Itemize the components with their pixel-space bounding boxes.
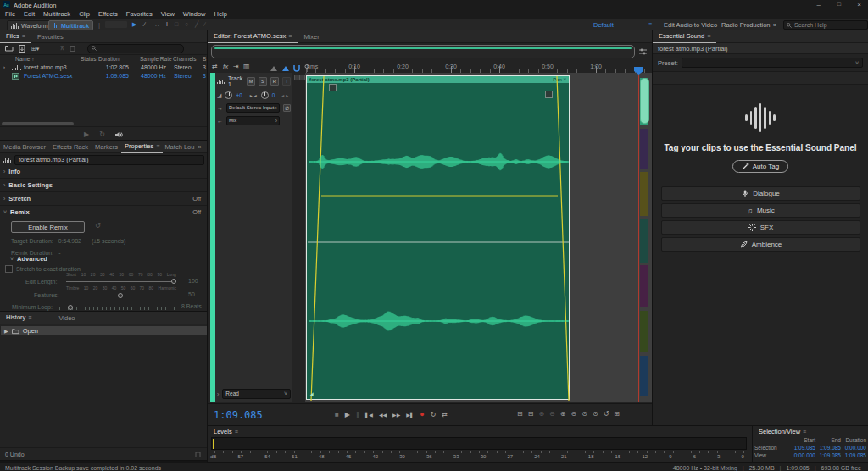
record-button[interactable]: ●	[420, 410, 424, 418]
menu-help[interactable]: Help	[214, 10, 227, 18]
zoom-out-amplitude-button[interactable]: ⊖	[571, 410, 577, 418]
pan-knob[interactable]	[261, 91, 269, 99]
preset-select[interactable]: ˅	[682, 58, 863, 68]
time-display[interactable]: 1:09.085	[214, 409, 263, 421]
fade-out-handle[interactable]	[545, 91, 553, 98]
auto-crossfade-icon[interactable]	[270, 66, 277, 71]
zoom-in-button[interactable]: ⊞	[517, 410, 523, 418]
minimize-icon[interactable]: –	[817, 1, 821, 8]
col-status[interactable]: Status	[81, 56, 96, 62]
stretch-exact-checkbox[interactable]	[5, 265, 13, 273]
menu-file[interactable]: File	[5, 10, 15, 18]
solo-button[interactable]: S	[259, 77, 267, 86]
type-dialogue-button[interactable]: Dialogue	[661, 186, 860, 201]
play-button[interactable]: ▶	[345, 411, 350, 418]
monitor-input-button[interactable]: I	[282, 77, 291, 86]
type-music-button[interactable]: ♫ Music	[661, 203, 860, 218]
maximize-icon[interactable]: □	[837, 1, 841, 7]
waveform-view-button[interactable]: Waveform	[7, 20, 53, 30]
input-mono-toggle[interactable]: ∅	[283, 104, 291, 112]
move-to-end-button[interactable]: ▶▌	[406, 412, 414, 418]
record-arm-button[interactable]: R	[270, 77, 279, 86]
menu-multitrack[interactable]: Multitrack	[43, 10, 70, 18]
eq-icon[interactable]: ▥	[243, 64, 250, 70]
col-bit[interactable]: B	[203, 56, 206, 62]
menu-clip[interactable]: Clip	[79, 10, 90, 18]
playhead-line[interactable]	[638, 73, 639, 402]
sv-view-start[interactable]: 0:00.000	[788, 452, 815, 458]
properties-file-field[interactable]: forest atmo.mp3 (Partial)	[14, 155, 204, 165]
sv-view-end[interactable]: 1:09.085	[815, 452, 841, 458]
loop-preview-icon[interactable]: ↻	[99, 130, 105, 138]
tab-video[interactable]: Video	[53, 312, 81, 324]
routing-icon[interactable]: ⇄	[212, 64, 218, 70]
tab-editor[interactable]: Editor: Forest ATMO.sesx≡	[208, 30, 298, 43]
section-stretch[interactable]: Stretch	[8, 195, 31, 202]
stop-button[interactable]: ■	[335, 411, 339, 418]
sv-view-duration[interactable]: 1:09.085	[841, 452, 866, 458]
clip-keyframe-icon[interactable]	[282, 66, 289, 71]
files-h-scrollbar[interactable]	[2, 122, 74, 125]
preview-play-icon[interactable]: ▶	[84, 130, 89, 138]
zoom-in-amplitude-button[interactable]: ⊕	[560, 410, 566, 418]
zoom-out-button[interactable]: ⊟	[528, 410, 534, 418]
new-item-icon[interactable]: ⊞▾	[31, 46, 39, 52]
search-help-box[interactable]: Search Help	[783, 20, 868, 30]
type-sfx-button[interactable]: SFX	[661, 220, 860, 235]
automation-mode-select[interactable]: Read˅	[222, 389, 291, 399]
zoom-full-button[interactable]: ⊞	[614, 410, 620, 418]
tab-mixer[interactable]: Mixer	[298, 30, 325, 42]
files-search-box[interactable]	[87, 44, 184, 53]
import-file-icon[interactable]	[19, 45, 26, 53]
effects-fx-icon[interactable]: fx	[223, 64, 228, 70]
volume-knob[interactable]	[225, 91, 232, 99]
tab-properties[interactable]: Properties≡	[121, 141, 163, 153]
zoom-selection-in-button[interactable]: ⊙	[581, 410, 587, 418]
zoom-reset-button[interactable]: ↺	[604, 410, 609, 418]
sv-selection-start[interactable]: 1:09.085	[788, 445, 815, 451]
clip-gain-icon[interactable]: ◢	[309, 391, 314, 396]
file-row-mp3[interactable]: › forest atmo.mp3 1:02.805 48000 Hz Ster…	[0, 64, 208, 72]
sv-selection-end[interactable]: 1:09.085	[815, 445, 841, 451]
slip-tool-icon[interactable]: ↔	[154, 21, 160, 27]
zoom-out-time-button[interactable]: ⊖	[549, 410, 555, 418]
workspace-overflow-chevron[interactable]: »	[773, 21, 776, 29]
loop-playback-button[interactable]: ↻	[431, 411, 437, 418]
automation-expander-icon[interactable]: ›	[217, 391, 219, 397]
track-name[interactable]: Track 1	[228, 75, 243, 87]
timeline[interactable]: forest atmo.mp3 (Partial) Pan ˅ ◢	[305, 73, 653, 402]
history-entry-open[interactable]: ▶ Open	[1, 326, 210, 335]
rewind-button[interactable]: ◀◀	[379, 412, 387, 418]
tab-favorites[interactable]: Favorites	[31, 30, 70, 42]
minimum-loop-slider[interactable]	[59, 307, 176, 310]
file-row-sesx[interactable]: Forest ATMO.sesx 1:09.085 48000 Hz Stere…	[0, 72, 208, 80]
pause-button[interactable]: ∥	[356, 411, 359, 418]
track-input-select[interactable]: Default Stereo Input›	[226, 103, 280, 113]
col-duration[interactable]: Duration	[98, 56, 120, 62]
snap-magnet-icon[interactable]	[293, 64, 300, 72]
tab-files[interactable]: Files≡	[0, 30, 31, 43]
tab-selection-view[interactable]: Selection/View≡	[753, 426, 812, 436]
tab-history[interactable]: History≡	[0, 312, 37, 324]
open-file-icon[interactable]	[5, 45, 14, 52]
menu-view[interactable]: View	[161, 10, 175, 18]
workspace-edit-audio-to-video[interactable]: Edit Audio to Video	[664, 21, 717, 29]
workspace-default[interactable]: Default	[593, 21, 614, 29]
tab-levels[interactable]: Levels≡	[208, 426, 244, 436]
col-sample-rate[interactable]: Sample Rate	[140, 56, 172, 62]
zoom-navigator[interactable]	[211, 45, 635, 58]
features-slider[interactable]	[66, 296, 176, 296]
section-basic-settings[interactable]: Basic Settings	[8, 181, 53, 189]
close-icon[interactable]: ×	[857, 1, 861, 8]
gutter-handle[interactable]	[299, 75, 305, 80]
multitrack-view-button[interactable]: Multitrack	[48, 20, 93, 30]
fade-in-handle[interactable]	[329, 84, 337, 91]
pan-value[interactable]: 0	[272, 92, 275, 98]
tab-essential-sound[interactable]: Essential Sound≡	[653, 30, 716, 43]
menu-effects[interactable]: Effects	[98, 10, 118, 18]
mute-button[interactable]: M	[247, 77, 255, 86]
row-expander-icon[interactable]: ›	[3, 64, 5, 69]
skip-selection-button[interactable]: ⇄	[442, 411, 448, 418]
auto-tag-button[interactable]: Auto Tag	[732, 160, 788, 173]
menu-window[interactable]: Window	[183, 10, 206, 18]
